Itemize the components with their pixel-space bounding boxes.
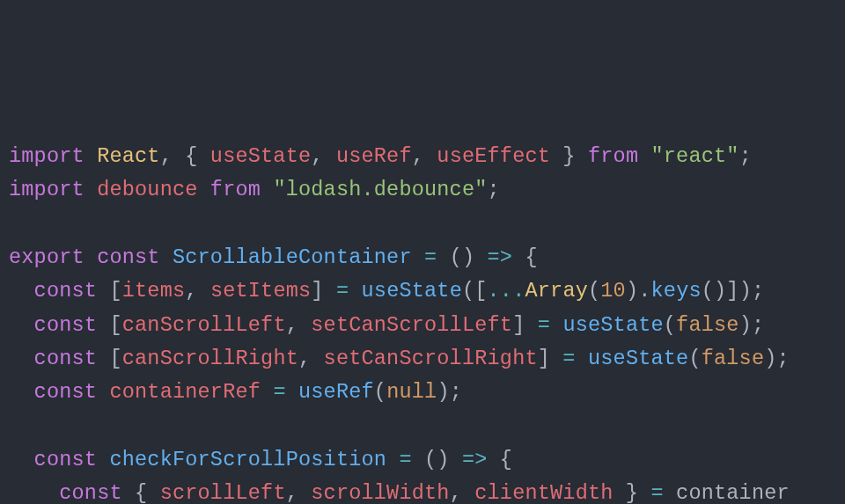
code-token: const — [34, 313, 110, 337]
code-token: } — [550, 144, 588, 168]
code-token: } — [614, 481, 651, 504]
code-token: ] — [512, 313, 538, 337]
code-token: items — [122, 279, 186, 303]
code-token: from — [588, 144, 651, 168]
code-token: export — [9, 245, 97, 269]
code-token: = — [399, 448, 411, 471]
code-token: scrollLeft — [160, 481, 286, 504]
code-token: = — [650, 481, 663, 504]
code-token: [ — [109, 313, 121, 337]
code-token: ( — [688, 347, 701, 370]
code-token: , — [286, 481, 312, 504]
code-token — [9, 414, 21, 438]
code-token: , — [412, 144, 437, 168]
code-line[interactable]: const containerRef = useRef(null); — [9, 376, 845, 409]
code-token: ] — [538, 347, 563, 370]
code-token — [349, 279, 361, 303]
code-token: ; — [739, 144, 752, 168]
code-editor[interactable]: import React, { useState, useRef, useEff… — [9, 140, 845, 504]
code-token: ); — [764, 347, 790, 370]
code-line[interactable]: const [canScrollRight, setCanScrollRight… — [9, 342, 845, 376]
code-line[interactable]: import debounce from "lodash.debounce"; — [9, 173, 845, 207]
code-token: [ — [109, 279, 121, 303]
code-token: { — [512, 245, 538, 269]
code-token: keys — [651, 279, 702, 303]
code-token: "lodash.debounce" — [273, 178, 487, 201]
code-token — [550, 313, 562, 337]
code-token: () — [437, 245, 487, 269]
code-token: useState — [210, 144, 311, 168]
code-token: = — [424, 245, 437, 269]
code-token: setCanScrollLeft — [311, 313, 512, 337]
code-token: "react" — [651, 144, 739, 168]
code-token — [386, 448, 399, 471]
code-token — [286, 380, 298, 404]
code-token: , — [286, 313, 312, 337]
code-line[interactable] — [9, 410, 845, 443]
code-token: debounce — [97, 178, 197, 201]
code-token: import — [9, 144, 97, 168]
code-token: containerRef — [109, 380, 261, 404]
code-token: useRef — [336, 144, 412, 168]
code-line[interactable]: const [items, setItems] = useState([...A… — [9, 274, 845, 308]
code-token: ] — [311, 279, 336, 303]
code-token: useEffect — [437, 144, 550, 168]
code-token: ... — [488, 279, 525, 303]
code-token: const — [34, 380, 110, 404]
code-token — [9, 347, 34, 370]
code-token: useState — [562, 313, 663, 337]
code-token: React — [97, 144, 160, 168]
code-line[interactable]: const { scrollLeft, scrollWidth, clientW… — [9, 477, 845, 504]
code-token: => — [462, 448, 488, 471]
code-token: setItems — [210, 279, 311, 303]
code-token — [9, 448, 34, 471]
code-token: { — [135, 481, 160, 504]
code-token: , — [298, 347, 324, 370]
code-token: false — [702, 347, 765, 370]
code-line[interactable]: import React, { useState, useRef, useEff… — [9, 140, 845, 173]
code-token — [261, 380, 273, 404]
code-token: ([ — [462, 279, 488, 303]
code-line[interactable] — [9, 208, 845, 241]
code-token: = — [336, 279, 349, 303]
code-token: canScrollLeft — [122, 313, 286, 337]
code-token: ( — [588, 279, 600, 303]
code-token: => — [488, 245, 513, 269]
code-token: clientWidth — [474, 481, 613, 504]
code-token: , { — [160, 144, 210, 168]
code-token: , — [311, 144, 336, 168]
code-line[interactable]: export const ScrollableContainer = () =>… — [9, 241, 845, 274]
code-token — [9, 380, 34, 404]
code-token: const — [59, 481, 135, 504]
code-token: ( — [664, 313, 676, 337]
code-token: , — [450, 481, 475, 504]
code-token: import — [9, 178, 97, 201]
code-token: const — [97, 245, 173, 269]
code-token: useState — [362, 279, 462, 303]
code-token: ()]); — [702, 279, 765, 303]
code-token: = — [273, 380, 285, 404]
code-token: checkForScrollPosition — [109, 448, 386, 471]
code-token: scrollWidth — [311, 481, 449, 504]
code-token: [ — [109, 347, 121, 370]
code-line[interactable]: const checkForScrollPosition = () => { — [9, 443, 845, 477]
code-token: ScrollableContainer — [173, 245, 412, 269]
code-token: useState — [588, 347, 688, 370]
code-token: ). — [626, 279, 651, 303]
code-token: Array — [525, 279, 588, 303]
code-token: container — [664, 481, 790, 504]
code-token: const — [34, 347, 110, 370]
code-token — [198, 178, 210, 201]
code-token: false — [676, 313, 739, 337]
code-token: ); — [739, 313, 765, 337]
code-line[interactable]: const [canScrollLeft, setCanScrollLeft] … — [9, 309, 845, 342]
code-token — [9, 313, 34, 337]
code-token — [412, 245, 424, 269]
code-token — [9, 481, 59, 504]
code-token — [576, 347, 588, 370]
code-token: = — [538, 313, 550, 337]
code-token: , — [185, 279, 210, 303]
code-token: const — [34, 279, 110, 303]
code-token: 10 — [600, 279, 626, 303]
code-token: ( — [374, 380, 386, 404]
